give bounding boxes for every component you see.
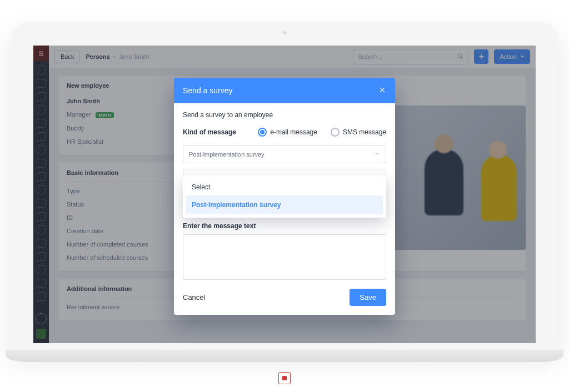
radio-sms[interactable]: SMS message xyxy=(331,128,386,137)
message-text-label: Enter the message text xyxy=(183,222,386,230)
radio-icon xyxy=(258,128,267,137)
message-text-area[interactable] xyxy=(183,234,386,280)
template-dropdown: Select Post-implementation survey xyxy=(183,175,386,218)
radio-sms-label: SMS message xyxy=(343,128,386,136)
kind-of-message-row: Kind of message e-mail message SMS messa… xyxy=(183,128,386,137)
send-survey-modal: Send a survey Send a survey to an employ… xyxy=(174,78,395,315)
dropdown-option-post-impl[interactable]: Post-implementation survey xyxy=(186,195,383,214)
app-screen: S xyxy=(33,46,536,343)
modal-body: Send a survey to an employee Kind of mes… xyxy=(174,103,395,280)
camera-dot xyxy=(283,31,286,34)
modal-subtitle: Send a survey to an employee xyxy=(183,111,386,119)
close-button[interactable] xyxy=(378,86,386,96)
modal-title: Send a survey xyxy=(183,86,233,95)
close-icon xyxy=(378,86,386,94)
modal-layer: Send a survey Send a survey to an employ… xyxy=(33,46,536,343)
chevron-down-icon xyxy=(375,151,380,158)
kind-label: Kind of message xyxy=(183,128,244,136)
modal-header: Send a survey xyxy=(174,78,395,103)
radio-email-label: e-mail message xyxy=(270,128,317,136)
dropdown-heading: Select xyxy=(186,179,383,195)
survey-type-value: Post-implementation survey xyxy=(189,151,264,158)
modal-footer: Cancel Save xyxy=(174,280,395,315)
radio-icon xyxy=(331,128,340,137)
laptop-mockup: S xyxy=(11,22,558,350)
save-button[interactable]: Save xyxy=(350,289,386,306)
cancel-button[interactable]: Cancel xyxy=(183,293,205,301)
brand-mark-icon xyxy=(278,372,291,384)
radio-email[interactable]: e-mail message xyxy=(258,128,317,137)
survey-type-select[interactable]: Post-implementation survey xyxy=(183,145,386,163)
